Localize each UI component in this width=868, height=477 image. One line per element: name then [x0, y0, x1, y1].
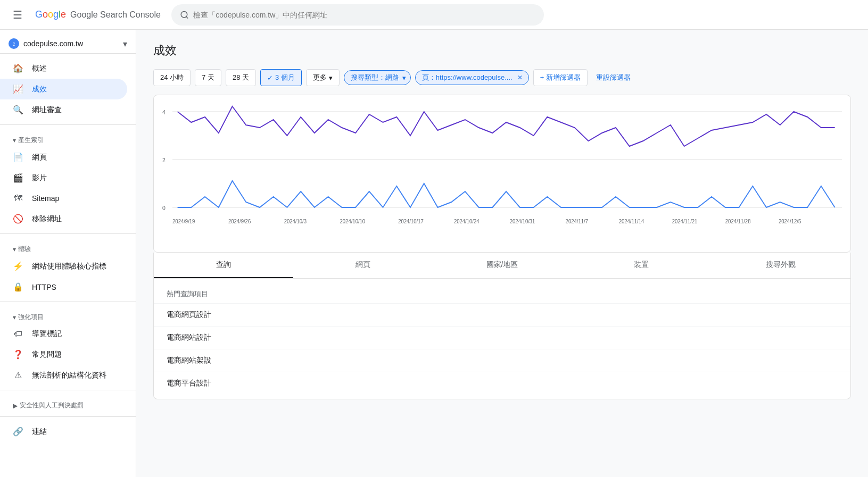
- nav-divider-2: [0, 233, 136, 234]
- chevron-down-icon: ▾: [402, 74, 406, 82]
- sidebar-item-sitemap[interactable]: 🗺 Sitemap: [0, 188, 127, 208]
- warning-icon: ⚠: [13, 370, 23, 380]
- nav-divider: [0, 124, 136, 125]
- tab-pages[interactable]: 網頁: [293, 253, 433, 278]
- svg-text:2024/12/5: 2024/12/5: [779, 219, 801, 224]
- svg-text:2024/10/24: 2024/10/24: [454, 219, 480, 224]
- checkmark-icon: ✓: [267, 74, 273, 82]
- section-label-security[interactable]: ▶ 安全性與人工判決處罰: [0, 395, 136, 412]
- sidebar-item-label: 無法剖析的結構化資料: [32, 371, 106, 380]
- search-icon: 🔍: [13, 105, 23, 115]
- chevron-icon: ▾: [13, 314, 16, 321]
- table-row[interactable]: 電商網頁設計: [154, 303, 850, 326]
- sidebar-item-faq[interactable]: ❓ 常見問題: [0, 344, 127, 365]
- sidebar-item-label: 概述: [32, 64, 47, 73]
- sidebar-item-label: 影片: [32, 173, 47, 183]
- https-icon: 🔒: [13, 282, 23, 292]
- chart-wrapper: 4 2 0 2024/9/19 2024/9/26 2024/10/3 2024…: [162, 104, 842, 244]
- site-icon: c: [9, 38, 19, 49]
- sidebar-item-label: 成效: [32, 85, 47, 94]
- performance-chart: 4 2 0 2024/9/19 2024/9/26 2024/10/3 2024…: [162, 104, 842, 242]
- add-filter-button[interactable]: + 新增篩選器: [533, 69, 588, 86]
- svg-text:2024/10/10: 2024/10/10: [340, 219, 366, 224]
- table-section-label: 熱門查詢項目: [154, 283, 850, 303]
- filter-7d[interactable]: 7 天: [195, 69, 221, 86]
- chevron-icon: ▾: [13, 246, 16, 253]
- sidebar-item-core-vitals[interactable]: ⚡ 網站使用體驗核心指標: [0, 256, 127, 277]
- tabs-container: 查詢 網頁 國家/地區 裝置 搜尋外觀 熱門查詢項目 電商網頁設計 電商網站設計…: [153, 253, 851, 399]
- svg-text:2024/11/21: 2024/11/21: [672, 219, 698, 224]
- sidebar-item-links[interactable]: 🔗 連結: [0, 421, 127, 442]
- sidebar-item-breadcrumbs[interactable]: 🏷 導覽標記: [0, 324, 127, 344]
- page-title: 成效: [153, 43, 851, 58]
- google-logo: Google: [35, 9, 66, 20]
- sidebar-item-label: 網站使用體驗核心指標: [32, 262, 106, 271]
- chevron-icon: ▾: [13, 137, 16, 144]
- nav-divider-4: [0, 390, 136, 390]
- sidebar-item-label: Sitemap: [32, 194, 59, 203]
- main-content: 成效 24 小時 7 天 28 天 ✓ 3 個月 更多 ▾ 搜尋類型：網路 ▾ …: [136, 30, 868, 477]
- filter-more[interactable]: 更多 ▾: [306, 69, 340, 86]
- sidebar-item-structured-data[interactable]: ⚠ 無法剖析的結構化資料: [0, 365, 127, 386]
- sidebar-item-url-inspection[interactable]: 🔍 網址審查: [0, 99, 127, 120]
- sidebar-item-label: 常見問題: [32, 350, 62, 359]
- section-label-enhancements: ▾ 強化項目: [0, 306, 136, 324]
- chevron-icon: ▶: [13, 402, 18, 409]
- blue-line: [178, 181, 835, 207]
- removal-icon: 🚫: [13, 214, 23, 224]
- svg-text:2: 2: [162, 157, 166, 163]
- sidebar-item-label: 網址審查: [32, 105, 62, 115]
- site-name: codepulse.com.tw: [23, 39, 119, 48]
- table-row[interactable]: 電商平台設計: [154, 372, 850, 395]
- performance-icon: 📈: [13, 84, 23, 94]
- tab-appearance[interactable]: 搜尋外觀: [711, 253, 850, 278]
- topbar: ☰ Google Google Search Console: [0, 0, 868, 30]
- site-selector[interactable]: c codepulse.com.tw ▾: [0, 34, 136, 54]
- search-icon: [180, 10, 189, 20]
- nav-divider-5: [0, 416, 136, 417]
- sidebar-item-overview[interactable]: 🏠 概述: [0, 58, 127, 79]
- sidebar-item-label: 網頁: [32, 153, 47, 162]
- filter-chip-page[interactable]: 頁：https://www.codepulse.... ✕: [415, 70, 529, 85]
- svg-text:0: 0: [162, 205, 166, 211]
- vitals-icon: ⚡: [13, 261, 23, 271]
- hamburger-menu[interactable]: ☰: [9, 4, 27, 26]
- reset-filter-link[interactable]: 重設篩選器: [592, 70, 635, 86]
- sidebar-item-label: 導覽標記: [32, 329, 62, 339]
- tab-devices[interactable]: 裝置: [572, 253, 711, 278]
- sidebar-item-label: HTTPS: [32, 283, 56, 291]
- home-icon: 🏠: [13, 63, 23, 73]
- svg-line-1: [186, 16, 188, 18]
- close-icon[interactable]: ✕: [516, 73, 524, 82]
- filter-bar: 24 小時 7 天 28 天 ✓ 3 個月 更多 ▾ 搜尋類型：網路 ▾ 頁：h…: [153, 69, 851, 86]
- svg-text:2024/10/17: 2024/10/17: [398, 219, 424, 224]
- chevron-down-icon[interactable]: ▾: [123, 39, 127, 49]
- table-row[interactable]: 電商網站架設: [154, 349, 850, 372]
- purple-line: [178, 106, 835, 146]
- sidebar-item-label: 連結: [32, 427, 47, 437]
- search-input[interactable]: [193, 11, 535, 19]
- section-label-experience: ▾ 體驗: [0, 238, 136, 256]
- filter-3m[interactable]: ✓ 3 個月: [260, 69, 302, 86]
- chevron-down-icon: ▾: [329, 74, 333, 82]
- tab-queries[interactable]: 查詢: [154, 253, 293, 278]
- section-label-index: ▾ 產生索引: [0, 129, 136, 147]
- sidebar-item-performance[interactable]: 📈 成效: [0, 79, 127, 99]
- table-row[interactable]: 電商網站設計: [154, 326, 850, 349]
- svg-text:2024/10/3: 2024/10/3: [284, 219, 307, 224]
- sitemap-icon: 🗺: [13, 194, 23, 203]
- filter-28d[interactable]: 28 天: [226, 69, 256, 86]
- sidebar-item-https[interactable]: 🔒 HTTPS: [0, 277, 127, 297]
- sidebar-item-pages[interactable]: 📄 網頁: [0, 147, 127, 168]
- filter-24h[interactable]: 24 小時: [153, 69, 191, 86]
- svg-text:2024/10/31: 2024/10/31: [510, 219, 535, 224]
- sidebar-item-removals[interactable]: 🚫 移除網址: [0, 208, 127, 229]
- faq-icon: ❓: [13, 349, 23, 359]
- tab-countries[interactable]: 國家/地區: [433, 253, 572, 278]
- svg-text:2024/9/19: 2024/9/19: [172, 219, 195, 224]
- search-bar[interactable]: [171, 4, 544, 26]
- sidebar-item-videos[interactable]: 🎬 影片: [0, 168, 127, 188]
- table-section: 熱門查詢項目 電商網頁設計 電商網站設計 電商網站架設 電商平台設計: [154, 279, 850, 399]
- app-logo: Google Google Search Console: [35, 9, 163, 20]
- filter-chip-search-type[interactable]: 搜尋類型：網路 ▾: [344, 70, 411, 85]
